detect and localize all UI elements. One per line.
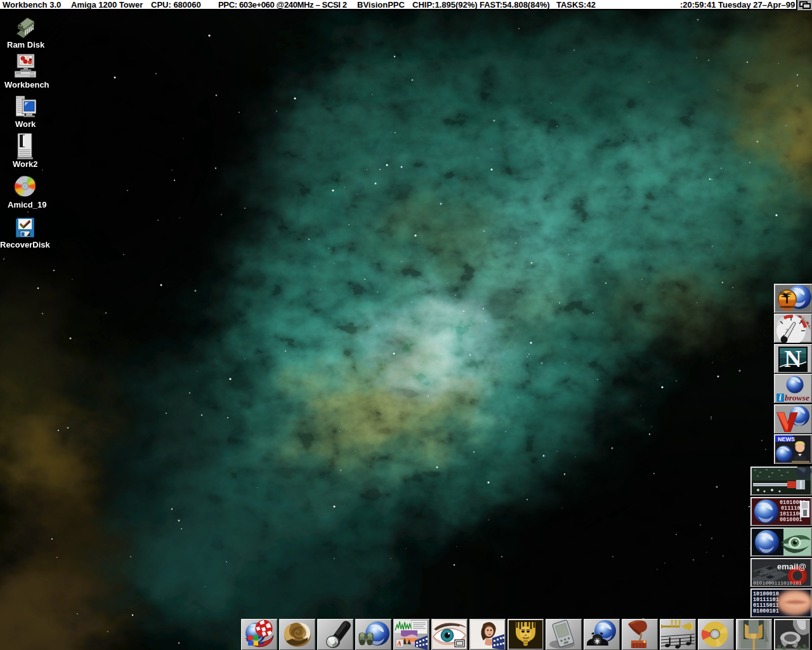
svg-text:browse: browse xyxy=(785,393,809,402)
svg-text:01000101: 01000101 xyxy=(753,608,779,614)
svg-text:0010001: 0010001 xyxy=(780,517,802,523)
svg-text:A: A xyxy=(396,640,402,647)
svg-text:N: N xyxy=(784,345,801,372)
svg-text:0101000111010101: 0101000111010101 xyxy=(753,580,802,586)
svg-text:i: i xyxy=(779,393,782,402)
svg-text:NEWS: NEWS xyxy=(778,436,795,442)
svg-text:email@: email@ xyxy=(777,562,806,571)
svg-text:email: email xyxy=(759,568,777,576)
